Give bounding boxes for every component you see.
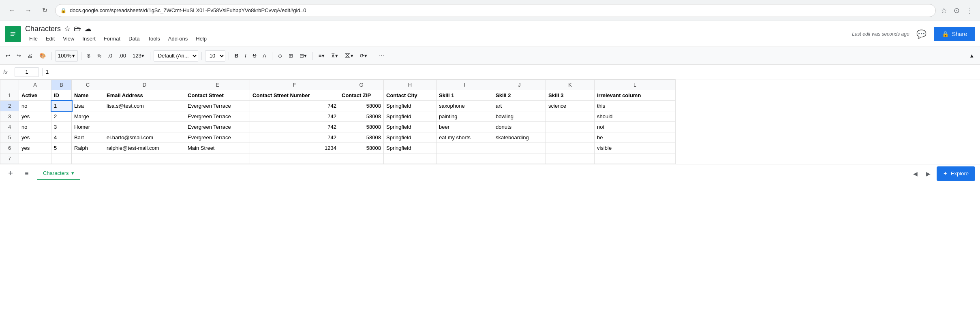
decimal-more-button[interactable]: .00 [116,50,128,62]
explore-button[interactable]: ✦ Explore [937,166,975,181]
table-cell[interactable]: Ralph [72,143,104,153]
table-cell[interactable]: el.barto@smail.com [104,132,185,143]
spreadsheet-title[interactable]: Characters [25,25,61,33]
table-cell[interactable] [546,122,595,132]
folder-icon[interactable]: 🗁 [74,25,81,33]
table-cell[interactable]: yes [19,143,51,153]
table-cell[interactable]: yes [19,111,51,122]
italic-button[interactable]: I [242,50,249,62]
table-cell[interactable]: Evergreen Terrace [185,101,250,111]
formula-input[interactable] [46,67,977,77]
profile-icon[interactable]: ⊙ [954,6,960,15]
print-button[interactable]: 🖨 [25,50,35,62]
table-cell[interactable]: Homer [72,122,104,132]
table-cell[interactable]: Contact ZIP [339,90,384,101]
col-header-H[interactable]: H [384,80,437,90]
menu-tools[interactable]: Tools [143,34,164,43]
table-cell[interactable]: eat my shorts [437,132,493,143]
table-cell[interactable]: 1 [51,101,72,111]
table-cell[interactable] [185,153,250,164]
table-cell[interactable]: visible [595,143,676,153]
col-header-C[interactable]: C [72,80,104,90]
percent-button[interactable]: % [94,50,104,62]
font-select[interactable]: Default (Ari... [154,50,198,62]
table-cell[interactable]: 58008 [339,122,384,132]
table-cell[interactable]: Evergreen Terrace [185,122,250,132]
table-cell[interactable]: donuts [493,122,546,132]
table-cell[interactable]: science [546,101,595,111]
table-cell[interactable] [104,153,185,164]
table-cell[interactable]: 4 [51,132,72,143]
table-cell[interactable]: 742 [250,101,339,111]
text-color-button[interactable]: A [260,50,269,62]
more-button[interactable]: ⋯ [377,50,387,62]
menu-file[interactable]: File [25,34,42,43]
table-cell[interactable]: Springfield [384,111,437,122]
strikethrough-button[interactable]: S [250,50,259,62]
borders-button[interactable]: ⊞ [286,50,295,62]
table-cell[interactable]: skateboarding [493,132,546,143]
table-cell[interactable]: irrelevant column [595,90,676,101]
menu-addons[interactable]: Add-ons [164,34,192,43]
zoom-control[interactable]: 100% ▾ [55,50,78,62]
menu-data[interactable]: Data [124,34,143,43]
table-cell[interactable]: Contact City [384,90,437,101]
comment-button[interactable]: 💬 [914,27,929,41]
table-cell[interactable]: no [19,122,51,132]
table-cell[interactable]: Springfield [384,132,437,143]
table-cell[interactable]: 5 [51,143,72,153]
table-cell[interactable]: beer [437,122,493,132]
table-cell[interactable] [250,153,339,164]
table-cell[interactable] [595,153,676,164]
currency-button[interactable]: $ [85,50,92,62]
table-cell[interactable] [437,153,493,164]
table-cell[interactable]: ID [51,90,72,101]
table-cell[interactable]: no [19,101,51,111]
table-cell[interactable]: Springfield [384,101,437,111]
table-cell[interactable] [437,143,493,153]
table-cell[interactable]: Evergreen Terrace [185,132,250,143]
table-cell[interactable]: Lisa [72,101,104,111]
table-cell[interactable]: 742 [250,122,339,132]
col-header-G[interactable]: G [339,80,384,90]
row-header-2[interactable]: 2 [0,101,19,111]
row-header-3[interactable]: 3 [0,111,19,122]
star-icon[interactable]: ☆ [941,6,947,15]
decimal-less-button[interactable]: .0 [105,50,115,62]
table-cell[interactable]: Email Address [104,90,185,101]
cloud-icon[interactable]: ☁ [84,24,92,33]
table-cell[interactable]: 58008 [339,111,384,122]
col-header-D[interactable]: D [104,80,185,90]
table-cell[interactable]: be [595,132,676,143]
valign-button[interactable]: ⊼▾ [329,50,340,62]
table-cell[interactable]: Springfield [384,143,437,153]
menu-format[interactable]: Format [100,34,124,43]
table-cell[interactable]: Contact Street Number [250,90,339,101]
table-cell[interactable] [493,143,546,153]
table-cell[interactable] [493,153,546,164]
menu-edit[interactable]: Edit [42,34,59,43]
table-cell[interactable]: lisa.s@test.com [104,101,185,111]
table-cell[interactable]: should [595,111,676,122]
table-cell[interactable] [104,111,185,122]
table-cell[interactable]: 58008 [339,101,384,111]
table-cell[interactable]: ralphie@test-mail.com [104,143,185,153]
col-header-L[interactable]: L [595,80,676,90]
table-cell[interactable]: 58008 [339,143,384,153]
col-header-A[interactable]: A [19,80,51,90]
halign-button[interactable]: ≡▾ [316,50,327,62]
col-header-E[interactable]: E [185,80,250,90]
table-cell[interactable]: Name [72,90,104,101]
address-bar[interactable]: 🔒 docs.google.com/spreadsheets/d/1gSc_7W… [55,4,936,17]
col-header-K[interactable]: K [546,80,595,90]
table-cell[interactable] [384,153,437,164]
table-cell[interactable]: painting [437,111,493,122]
row-header-1[interactable]: 1 [0,90,19,101]
table-cell[interactable]: 742 [250,132,339,143]
table-cell[interactable]: Skill 1 [437,90,493,101]
scroll-left-button[interactable]: ◀ [911,169,920,179]
paint-format-button[interactable]: 🎨 [37,50,48,62]
sheet-list-button[interactable]: ≡ [21,168,32,179]
table-cell[interactable]: yes [19,132,51,143]
table-cell[interactable]: art [493,101,546,111]
